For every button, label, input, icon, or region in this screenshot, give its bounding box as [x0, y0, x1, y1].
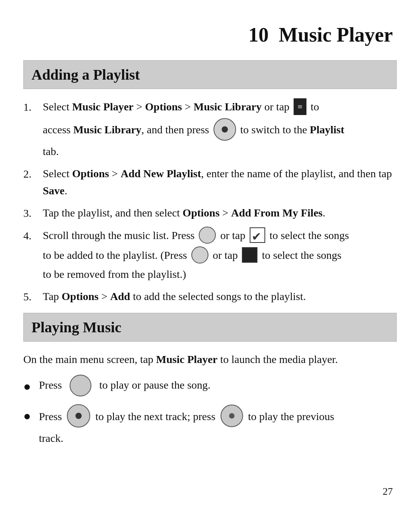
section1-header: Adding a Playlist — [23, 60, 397, 89]
step-1: 1. Select Music Player > Options > Music… — [23, 98, 397, 160]
playing-music-bullets: ● Press to play or pause the song. ● Pre… — [23, 375, 397, 447]
circle-small-icon — [199, 227, 216, 244]
bullet-2: ● Press to play the next track; press to… — [23, 405, 397, 447]
bullet2-mid: to play the next track; press — [93, 408, 218, 426]
checkbox-empty-icon — [242, 247, 257, 263]
bullet-1-content: Press to play or pause the song. — [39, 375, 397, 397]
bullet1-press: Press — [39, 379, 65, 391]
step5-bold2: Add — [110, 290, 130, 302]
section2-intro: On the main menu screen, tap Music Playe… — [23, 351, 397, 368]
next-track-circle-icon — [67, 404, 90, 428]
step-4-number: 4. — [23, 227, 43, 283]
bullet2-press1: Press — [39, 408, 65, 426]
step1-or-tap: or tap — [262, 98, 292, 116]
menu-button-icon: ≡ — [294, 98, 306, 115]
step5-bold1: Options — [62, 290, 99, 302]
step-2: 2. Select Options > Add New Playlist, en… — [23, 165, 397, 199]
step1-bold4: Music Library — [74, 121, 142, 139]
checkbox-checked-icon — [250, 227, 265, 243]
step1-access: access — [43, 121, 74, 139]
step1-switch: to switch to the — [238, 121, 310, 139]
step1-bold3: Music Library — [194, 98, 262, 116]
bullet1-suffix: to play or pause the song. — [96, 379, 210, 391]
step3-bold1: Options — [183, 207, 220, 219]
step-2-number: 2. — [23, 165, 43, 199]
chapter-number: 10 — [248, 24, 269, 46]
circle-small-icon2 — [191, 246, 208, 263]
step-5-content: Tap Options > Add to add the selected so… — [43, 288, 397, 305]
step1-bold2: Options — [145, 98, 182, 116]
step1-text1: Select — [43, 98, 72, 116]
bullet-dot-1: ● — [23, 375, 39, 396]
step2-bold2: Add New Playlist — [121, 168, 201, 180]
circle-dot-button-icon — [214, 118, 236, 141]
section2-header: Playing Music — [23, 313, 397, 342]
step-3: 3. Tap the playlist, and then select Opt… — [23, 204, 397, 222]
step-3-content: Tap the playlist, and then select Option… — [43, 204, 397, 222]
section2-bold-intro: Music Player — [156, 353, 217, 365]
step4-text1: Scroll through the music list. Press — [43, 227, 197, 244]
step1-bold1: Music Player — [72, 98, 133, 116]
step1-sep1: > — [133, 98, 145, 116]
bullet2-suffix: to play the previous — [245, 408, 334, 426]
step2-bold3: Save — [43, 185, 65, 197]
chapter-title: 10 Music Player — [23, 23, 397, 46]
step4-added: to be added to the playlist. (Press — [43, 247, 190, 264]
adding-playlist-steps: 1. Select Music Player > Options > Music… — [23, 98, 397, 305]
bullet-1: ● Press to play or pause the song. — [23, 375, 397, 397]
step-2-content: Select Options > Add New Playlist, enter… — [43, 165, 397, 199]
step1-sep2: > — [182, 98, 194, 116]
step2-bold1: Options — [72, 168, 109, 180]
play-circle-icon — [70, 375, 91, 396]
bullet2-line2: track. — [39, 430, 397, 447]
step-5-number: 5. — [23, 288, 43, 305]
step-1-content: Select Music Player > Options > Music Li… — [43, 98, 397, 160]
step1-to: to — [308, 98, 319, 116]
step4-to-select2: to select the songs — [259, 247, 341, 264]
step4-line3: to be removed from the playlist.) — [43, 266, 397, 283]
step-1-number: 1. — [23, 98, 43, 160]
step-4: 4. Scroll through the music list. Press … — [23, 227, 397, 283]
step3-bold2: Add From My Files — [231, 207, 322, 219]
step4-to-select1: to select the songs — [267, 227, 349, 244]
step4-or-tap2: or tap — [210, 247, 241, 264]
step-4-content: Scroll through the music list. Press or … — [43, 227, 397, 283]
step1-playlist: Playlist — [310, 121, 345, 139]
step-3-number: 3. — [23, 204, 43, 222]
chapter-name: Music Player — [279, 24, 393, 46]
page-number: 27 — [383, 486, 393, 497]
bullet-dot-2: ● — [23, 405, 39, 426]
step1-line3: tab. — [43, 143, 397, 160]
step1-then-press: , and then press — [142, 121, 212, 139]
step4-or-tap1: or tap — [217, 227, 248, 244]
step-5: 5. Tap Options > Add to add the selected… — [23, 288, 397, 305]
bullet-2-content: Press to play the next track; press to p… — [39, 405, 397, 447]
prev-track-circle-icon — [220, 405, 243, 427]
